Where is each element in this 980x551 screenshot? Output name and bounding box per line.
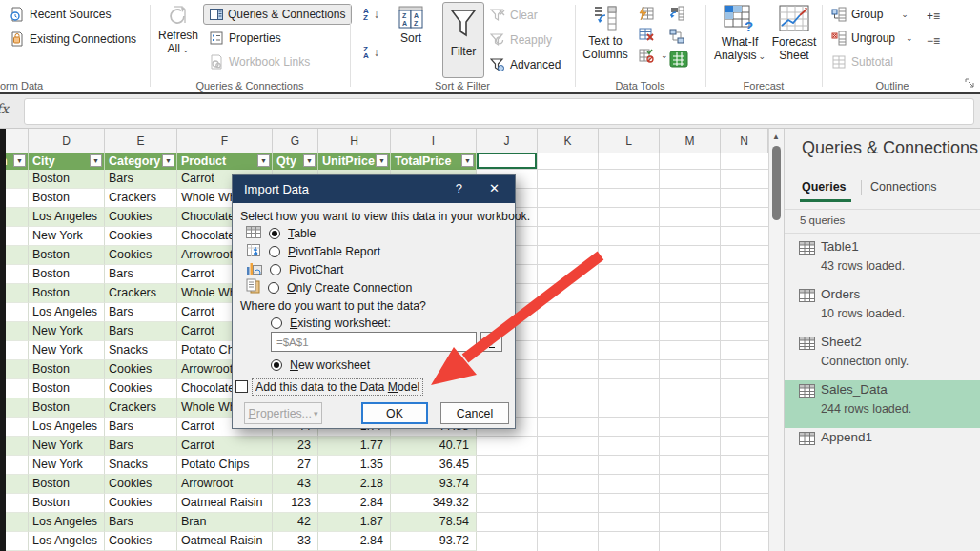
flash-fill-button[interactable] <box>639 6 654 21</box>
cell[interactable]: 43 <box>273 475 318 494</box>
cell[interactable]: Cookies <box>105 379 177 398</box>
cell[interactable]: Boston <box>29 398 105 418</box>
cell[interactable]: Bars <box>105 418 177 437</box>
cell[interactable]: Boston <box>29 189 105 208</box>
cell[interactable]: Boston <box>29 475 105 494</box>
cell[interactable]: 2.84 <box>318 494 391 513</box>
cell[interactable]: Cookies <box>105 475 177 494</box>
radio-pivotchart[interactable] <box>270 264 281 276</box>
cell[interactable]: Bran <box>177 513 273 532</box>
cell[interactable]: Los Angeles <box>29 418 105 437</box>
existing-connections-button[interactable]: Existing Connections <box>10 31 136 47</box>
filter-dropdown-icon[interactable]: ▼ <box>162 154 174 167</box>
ok-button[interactable]: OK <box>361 402 428 424</box>
cell[interactable]: Boston <box>29 494 105 513</box>
radio-only-create-connection[interactable] <box>268 282 279 294</box>
sort-button[interactable]: ZAAZ Sort <box>387 6 435 45</box>
manage-data-model-button[interactable] <box>669 50 688 69</box>
queries-connections-toggle-button[interactable]: Queries & Connections <box>203 4 352 25</box>
clear-filter-button[interactable]: Clear <box>490 8 538 23</box>
cell[interactable]: Potato Chips <box>177 456 273 475</box>
cell[interactable]: Boston <box>29 284 105 303</box>
close-icon[interactable]: ✕ <box>489 181 500 195</box>
cell[interactable]: 349.32 <box>391 494 477 513</box>
column-header-N[interactable]: N <box>721 129 768 153</box>
vertical-scrollbar[interactable]: ▲ <box>768 129 784 551</box>
scrollbar-thumb[interactable] <box>772 146 781 220</box>
ungroup-button[interactable]: Ungroup ⌄ <box>831 31 913 46</box>
radio-pivottable-report[interactable] <box>269 246 280 257</box>
formula-input[interactable] <box>24 98 974 125</box>
column-header-G[interactable]: G <box>273 129 318 153</box>
outline-dialog-launcher-icon[interactable] <box>965 78 974 90</box>
cell[interactable]: Bars <box>105 303 177 322</box>
cell[interactable]: New York <box>29 437 105 456</box>
cell[interactable]: Boston <box>29 379 105 398</box>
table-row[interactable]: Los AngelesCookiesOatmeal Raisin332.8493… <box>0 532 477 551</box>
cell[interactable]: Cookies <box>105 246 177 265</box>
cell[interactable]: 1.87 <box>318 513 391 532</box>
cell[interactable]: 36.45 <box>391 456 477 475</box>
view-option-pivotchart[interactable]: PivotChart <box>246 261 343 277</box>
cell[interactable]: Los Angeles <box>29 532 105 551</box>
query-item-orders[interactable]: Orders10 rows loaded. <box>785 285 980 333</box>
cell[interactable]: New York <box>29 456 105 475</box>
cell[interactable]: 93.72 <box>391 532 477 551</box>
query-item-table1[interactable]: Table143 rows loaded. <box>785 237 980 285</box>
help-icon[interactable]: ? <box>456 181 462 195</box>
cell[interactable]: Crackers <box>105 284 177 303</box>
view-option-table[interactable]: Table <box>246 225 316 241</box>
cell[interactable]: Cookies <box>105 494 177 513</box>
filter-dropdown-icon[interactable]: ▼ <box>461 154 474 167</box>
cell[interactable]: 27 <box>273 456 318 475</box>
cell[interactable]: Boston <box>29 360 105 379</box>
cell[interactable]: 1.77 <box>318 437 391 456</box>
cell[interactable]: Bars <box>105 513 177 532</box>
data-model-option[interactable]: Add this data to the Data Model <box>235 378 422 395</box>
selected-cell-J1[interactable] <box>477 153 537 169</box>
filter-dropdown-icon[interactable]: ▼ <box>303 154 316 167</box>
filter-dropdown-icon[interactable]: ▼ <box>257 154 270 167</box>
column-header-F[interactable]: F <box>177 129 273 153</box>
cell[interactable]: New York <box>29 322 105 341</box>
cell[interactable]: Boston <box>29 246 105 265</box>
relationships-button[interactable] <box>669 29 684 44</box>
cell-reference-input[interactable]: =$A$1 <box>271 332 477 352</box>
consolidate-button[interactable] <box>669 6 684 21</box>
remove-duplicates-button[interactable] <box>639 27 654 42</box>
fx-button[interactable]: fx <box>0 101 9 116</box>
cell[interactable]: Crackers <box>105 189 177 208</box>
text-to-columns-button[interactable]: Text to Columns <box>580 5 631 61</box>
cell[interactable]: 23 <box>273 437 318 456</box>
refresh-all-button[interactable]: Refresh All⌄ <box>154 4 202 56</box>
cell[interactable]: Snacks <box>105 456 177 475</box>
table-row[interactable]: New YorkSnacksPotato Chips271.3536.45 <box>0 456 477 475</box>
forecast-sheet-button[interactable]: Forecast Sheet <box>768 5 820 62</box>
table-row[interactable]: Los AngelesBarsBran421.8778.54 <box>0 513 477 532</box>
reapply-filter-button[interactable]: Reapply <box>490 32 552 48</box>
cell[interactable]: Cookies <box>105 532 177 551</box>
properties-dialog-button[interactable]: Properties...▾ <box>244 402 322 424</box>
cell[interactable]: Crackers <box>105 398 177 418</box>
column-header-I[interactable]: I <box>391 129 477 153</box>
cell[interactable]: 123 <box>273 494 318 513</box>
cell[interactable]: Boston <box>29 170 105 189</box>
cell[interactable]: 40.71 <box>391 437 477 456</box>
query-item-sheet2[interactable]: Sheet2Connection only. <box>785 333 980 380</box>
column-header-M[interactable]: M <box>660 129 721 153</box>
scroll-up-icon[interactable]: ▲ <box>772 133 780 141</box>
cell[interactable]: Los Angeles <box>29 513 105 532</box>
radio-new-worksheet[interactable] <box>271 359 282 371</box>
cell[interactable]: Bars <box>105 437 177 456</box>
show-detail-button[interactable]: +≡ <box>927 10 940 23</box>
column-header-K[interactable]: K <box>538 129 599 153</box>
column-header-H[interactable]: H <box>318 129 391 153</box>
cell[interactable]: Carrot <box>177 437 273 456</box>
table-row[interactable]: BostonCookiesArrowroot432.1893.74 <box>0 475 477 494</box>
filter-button[interactable]: Filter <box>442 2 484 78</box>
radio-table[interactable] <box>269 228 280 239</box>
cell[interactable]: Cookies <box>105 360 177 379</box>
group-button[interactable]: Group ⌄ <box>831 7 909 22</box>
collapse-dialog-button[interactable]: ↑ <box>480 332 502 352</box>
tab-connections[interactable]: Connections <box>870 180 937 194</box>
